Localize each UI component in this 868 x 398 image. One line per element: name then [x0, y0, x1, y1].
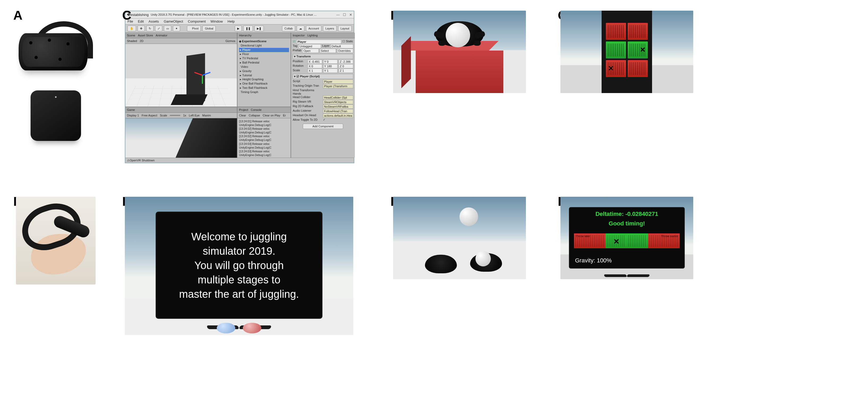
scale-slider[interactable] [170, 115, 180, 116]
console-line[interactable]: [13:24:02] Release veloc UnityEngine.Deb… [239, 127, 289, 134]
tag-dropdown[interactable]: Untagged [299, 44, 321, 48]
console-error-pause[interactable]: Er [283, 114, 286, 117]
tab-console[interactable]: Console [251, 108, 261, 111]
console-line[interactable]: [13:24:03] Release veloc UnityEngine.Deb… [239, 149, 289, 157]
transform-tool-icon[interactable]: ✦ [173, 26, 180, 31]
play-button[interactable]: ▶ [235, 26, 242, 31]
hand-tool-icon[interactable]: ✋ [127, 26, 136, 31]
console-line[interactable]: [13:24:03] Release veloc UnityEngine.Deb… [239, 142, 289, 149]
hierarchy-item[interactable]: ▸ Gravity [239, 69, 289, 74]
player-script-header[interactable]: ▾ ☑ Player (Script) [293, 74, 353, 79]
menu-assets[interactable]: Assets [149, 20, 159, 23]
hierarchy-panel: Hierarchy ◈ ExperimentScene Directional … [238, 33, 290, 107]
console-line[interactable]: [13:24:02] Release veloc UnityEngine.Deb… [239, 134, 289, 142]
tab-animator[interactable]: Animator [156, 34, 167, 37]
headset-on-head-field[interactable]: actions.default.in.Hea [323, 114, 353, 118]
menu-edit[interactable]: Edit [138, 20, 144, 23]
meter-seg-green-left: ✕ [606, 233, 627, 248]
allow-toggle-checkbox[interactable]: ✓ [323, 118, 326, 121]
cloud-icon[interactable]: ☁ [297, 26, 304, 31]
layer-dropdown[interactable]: Default [331, 44, 353, 48]
display-dropdown[interactable]: Display 1 [127, 114, 139, 117]
game-viewport[interactable] [125, 118, 237, 158]
prefab-overrides[interactable]: Overrides [337, 49, 353, 53]
hierarchy-item[interactable]: ▸ One Ball Flashback [239, 82, 289, 86]
rot-y[interactable]: Y 180 [323, 64, 338, 68]
scene-3d-viewport[interactable] [125, 44, 237, 107]
pause-button[interactable]: ❚❚ [243, 26, 253, 31]
console-clear-on-play[interactable]: Clear on Play [263, 114, 280, 117]
tab-project[interactable]: Project [239, 108, 248, 111]
hierarchy-item[interactable]: Timing Graph [239, 90, 289, 94]
rot-x[interactable]: X 0 [308, 64, 322, 68]
audio-listener-field[interactable]: FollowHead (Tran [323, 109, 353, 113]
scl-x[interactable]: X 1 [308, 68, 322, 73]
pos-x[interactable]: X -0.491 [308, 60, 322, 64]
tab-hierarchy[interactable]: Hierarchy [239, 34, 251, 37]
head-collider-field[interactable]: HeadCollider (Spl [323, 95, 353, 100]
minimize-icon[interactable]: — [336, 13, 340, 17]
close-icon[interactable]: ✕ [349, 13, 352, 17]
tab-game[interactable]: Game [127, 108, 135, 111]
static-checkbox[interactable]: ☐ Static [342, 39, 353, 44]
step-button[interactable]: ▶❚ [254, 26, 264, 31]
two-d-toggle[interactable]: 2D [140, 39, 144, 42]
rig-steamvr-field[interactable]: SteamVRObjects [323, 100, 353, 104]
hierarchy-item[interactable]: Directional Light [239, 44, 289, 48]
scl-y[interactable]: Y 1 [323, 68, 338, 73]
prefab-open[interactable]: Open [302, 49, 318, 53]
meter-seg-green-right [627, 233, 648, 248]
hierarchy-item[interactable]: ▸ Height Graphing [239, 77, 289, 82]
tab-scene[interactable]: Scene [127, 34, 135, 37]
rot-z[interactable]: Z 0 [339, 64, 353, 68]
rig-2d-field[interactable]: NoSteamVRFallba [323, 105, 353, 109]
aspect-dropdown[interactable]: Free Aspect [142, 114, 157, 117]
hierarchy-item[interactable]: Video [239, 65, 289, 69]
layers-dropdown[interactable]: Layers [323, 26, 337, 31]
tab-asset-store[interactable]: Asset Store [138, 34, 153, 37]
hierarchy-item[interactable]: ▸ Ball Pedestal [239, 61, 289, 65]
menu-component[interactable]: Component [188, 20, 206, 23]
hierarchy-scene-name[interactable]: ExperimentScene [242, 39, 267, 43]
tab-inspector[interactable]: Inspector [293, 34, 305, 37]
pivot-toggle[interactable]: Pivot [187, 26, 201, 31]
menu-help[interactable]: Help [228, 20, 235, 23]
add-component-button[interactable]: Add Component [303, 124, 343, 129]
hierarchy-item-selected[interactable]: ▸ Player [239, 48, 289, 52]
menu-window[interactable]: Window [211, 20, 223, 23]
tracking-origin--field[interactable]: Player (Transform [323, 84, 353, 88]
collab-dropdown[interactable]: Collab [282, 26, 295, 31]
rect-tool-icon[interactable]: ▭ [164, 26, 171, 31]
vr-scene-feedback: Deltatime: -0.02840271 Good timing! Thro… [560, 197, 693, 279]
script-field[interactable]: Player [323, 80, 353, 84]
gizmos-dropdown[interactable]: Gizmos [225, 39, 235, 42]
tab-lighting[interactable]: Lighting [307, 34, 318, 37]
eye-dropdown[interactable]: Left Eye [189, 114, 199, 117]
console-clear[interactable]: Clear [239, 114, 246, 117]
transform-header[interactable]: ▾ Transform [293, 54, 353, 59]
pos-y[interactable]: Y 0 [323, 60, 338, 64]
move-tool-icon[interactable]: ✥ [137, 26, 145, 31]
active-checkbox[interactable]: ☑ [293, 39, 296, 44]
pos-z[interactable]: Z -2.386 [339, 60, 353, 64]
global-toggle[interactable]: Global [203, 26, 216, 31]
console-collapse[interactable]: Collapse [249, 114, 260, 117]
prefab-select[interactable]: Select [320, 49, 336, 53]
hierarchy-item[interactable]: ▸ Tutorial [239, 74, 289, 78]
hierarchy-item[interactable]: ▸ Two Ball Flashback [239, 86, 289, 90]
rotate-tool-icon[interactable]: ↻ [146, 26, 154, 31]
layout-dropdown[interactable]: Layout [338, 26, 352, 31]
account-dropdown[interactable]: Account [306, 26, 321, 31]
console-line[interactable]: [13:24:01] Release veloc UnityEngine.Deb… [239, 119, 289, 127]
scale-label: Scale [160, 114, 167, 117]
object-name-field[interactable]: Player [297, 39, 341, 44]
scl-z[interactable]: Z 1 [339, 68, 353, 73]
menu-gameobject[interactable]: GameObject [164, 20, 183, 23]
panel-f: F [393, 197, 531, 346]
shaded-dropdown[interactable]: Shaded [127, 39, 137, 42]
scale-tool-icon[interactable]: ⤢ [155, 26, 162, 31]
panel-a: A [16, 11, 96, 151]
hierarchy-item[interactable]: ▸ Floor [239, 52, 289, 56]
maximize-icon[interactable]: ☐ [343, 13, 346, 17]
hierarchy-item[interactable]: ▸ TV Pedestal [239, 56, 289, 61]
